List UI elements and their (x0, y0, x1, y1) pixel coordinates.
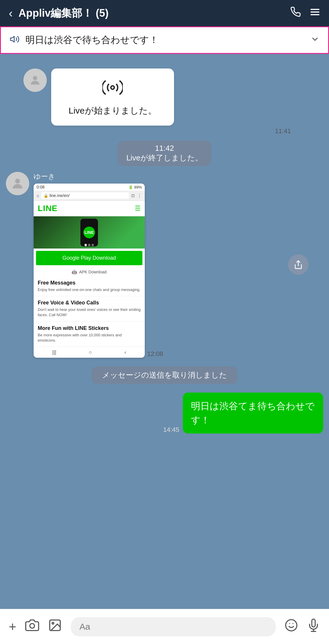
header-title: Appliv編集部！ (5) (18, 6, 290, 20)
own-message-row: 14:45 明日は渋谷てま待ち合わせです！ (6, 393, 323, 434)
svg-point-6 (15, 179, 20, 184)
back-button[interactable]: ‹ (9, 7, 13, 20)
svg-point-8 (30, 624, 35, 628)
share-button[interactable] (288, 254, 309, 275)
status-time: 0:08 (37, 185, 44, 189)
system-cancel-message: メッセージの送信を取り消しました (0, 366, 329, 384)
more-icon: ⋮ (137, 193, 142, 198)
live-started-text: Liveが始まりました。 (63, 105, 162, 117)
own-message-bubble: 明日は渋谷てま待ち合わせです！ (183, 393, 323, 434)
apk-download-link[interactable]: 🤖 APK Download (34, 268, 145, 276)
system-live-ended-text: Liveが終了しました。 (126, 153, 203, 162)
google-play-button[interactable]: Google Play Download (36, 251, 142, 265)
reload-icon: ⊡ (131, 193, 135, 198)
system-cancel-bubble: メッセージの送信を取り消しました (92, 366, 237, 384)
line-logo: LINE (38, 204, 58, 213)
own-message-timestamp: 14:45 (163, 426, 179, 434)
hero-image: LINE (34, 216, 145, 249)
system-live-ended-time: 11:42 (155, 144, 174, 153)
announcement-text: 明日は渋谷で待ち合わせです！ (25, 34, 311, 47)
camera-button[interactable] (25, 618, 39, 635)
header: ‹ Appliv編集部！ (5) (0, 0, 329, 26)
feature-stickers: More Fun with LINE Stickers Be more expr… (34, 322, 145, 347)
feature-desc-3: Be more expressive with over 10,000 stic… (38, 333, 141, 343)
chevron-down-icon[interactable] (311, 35, 319, 46)
nav-recent-icon: ||| (52, 349, 56, 355)
broadcast-icon (63, 77, 162, 102)
svg-point-10 (52, 622, 54, 624)
user-message-row: ゆーき 0:08 🔋 89% ⌂ 🔒 line.me/en/ ⊡ ⋮ (6, 172, 323, 358)
message-input[interactable] (71, 617, 276, 636)
feature-free-messages: Free Messages Enjoy free unlimited one-o… (34, 276, 145, 296)
url-text: 🔒 line.me/en/ (41, 192, 129, 199)
image-button[interactable] (48, 618, 62, 635)
screenshot-bubble[interactable]: 0:08 🔋 89% ⌂ 🔒 line.me/en/ ⊡ ⋮ LINE ☰ (34, 184, 145, 358)
avatar-yuki (6, 172, 29, 195)
feature-title-2: Free Voice & Video Calls (38, 300, 141, 306)
username-label: ゆーき (34, 172, 145, 181)
hamburger-icon: ☰ (135, 205, 141, 212)
screenshot-urlbar: ⌂ 🔒 line.me/en/ ⊡ ⋮ (34, 191, 145, 201)
mic-button[interactable] (307, 619, 320, 635)
menu-icon[interactable] (310, 7, 320, 20)
feature-desc-2: Don't wait to hear your loved ones' voic… (38, 307, 141, 318)
svg-marker-3 (11, 36, 14, 42)
svg-point-5 (111, 86, 114, 89)
feature-desc-1: Enjoy free unlimited one-on-one chats an… (38, 287, 141, 292)
plus-button[interactable]: + (9, 619, 16, 634)
nav-home-icon: ○ (89, 349, 92, 355)
bottom-toolbar: + (0, 609, 329, 644)
avatar (23, 68, 47, 92)
screenshot-statusbar: 0:08 🔋 89% (34, 184, 145, 191)
announcement-bar[interactable]: 明日は渋谷で待ち合わせです！ (0, 26, 329, 54)
timestamp-live-started: 11:41 (0, 127, 291, 135)
feature-voice-video: Free Voice & Video Calls Don't wait to h… (34, 296, 145, 321)
timestamp-screenshot: 12:08 (147, 350, 163, 358)
svg-point-4 (33, 76, 37, 80)
phone-icon[interactable] (290, 7, 301, 20)
nav-back-icon: ‹ (124, 349, 126, 355)
live-started-bubble: Liveが始まりました。 (51, 68, 174, 126)
android-icon: 🤖 (72, 269, 77, 275)
feature-title-1: Free Messages (38, 280, 141, 286)
svg-point-11 (286, 619, 297, 631)
chat-area: Liveが始まりました。 11:41 11:42 Liveが終了しました。 ゆー… (0, 54, 329, 610)
screenshot-navbar: ||| ○ ‹ (34, 347, 145, 358)
system-live-ended: 11:42 Liveが終了しました。 (0, 141, 329, 166)
announcement-icon (10, 34, 20, 46)
home-icon: ⌂ (37, 193, 39, 198)
emoji-button[interactable] (285, 619, 298, 635)
feature-title-3: More Fun with LINE Stickers (38, 325, 141, 331)
line-website-header: LINE ☰ (34, 201, 145, 216)
status-icons: 🔋 89% (128, 185, 142, 189)
